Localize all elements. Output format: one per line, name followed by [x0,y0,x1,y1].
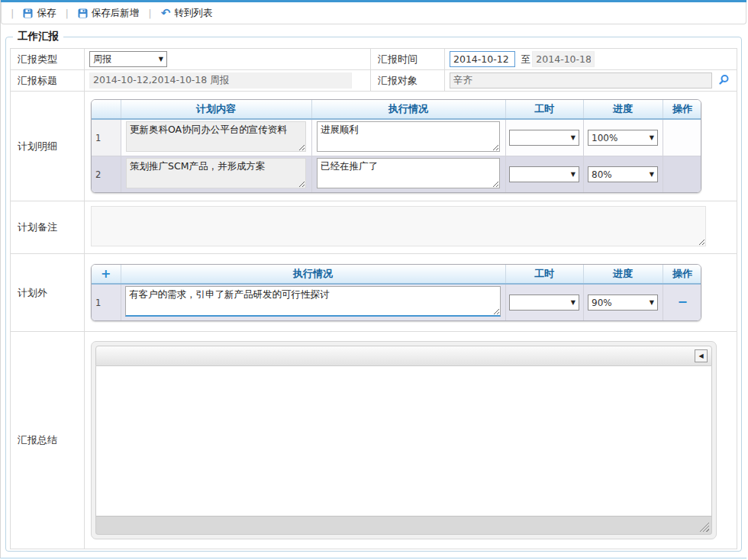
chevron-down-icon: ▼ [571,171,576,178]
floppy-icon [23,8,33,18]
extra-plan-header-execution: 执行情况 [121,265,505,284]
back-arrow-icon: ↶ [161,8,171,18]
plan-content-textarea[interactable]: 更新奥科OA协同办公平台的宣传资料 [126,121,306,152]
action-cell [663,119,701,156]
plan-detail-header-progress: 进度 [583,100,663,119]
toolbar-separator: | [148,8,151,19]
floppy-icon [78,8,88,18]
execution-textarea[interactable]: 进展顺利 [317,121,500,152]
row-index: 1 [92,284,121,320]
progress-selected-value: 100% [592,133,617,143]
row-index: 2 [92,156,121,193]
save-button[interactable]: 保存 [23,7,56,20]
extra-plan-label: 计划外 [11,254,85,332]
remove-row-button[interactable]: − [678,297,688,307]
chevron-down-icon: ▼ [650,134,654,141]
execution-textarea[interactable]: 有客户的需求，引申了新产品研发的可行性探讨 [125,286,501,317]
page: | 保存 | 保存后新增 | ↶ 转到列表 工作汇报 汇报类型 周报 ▼ [0,0,746,558]
hours-select[interactable]: ▼ [509,166,579,182]
save-and-new-button-label: 保存后新增 [92,7,140,20]
progress-selected-value: 80% [592,169,612,180]
hours-select[interactable]: ▼ [509,294,579,311]
progress-select[interactable]: 100% ▼ [588,130,658,146]
report-type-select[interactable]: 周报 ▼ [89,51,167,67]
plan-note-label: 计划备注 [11,201,85,254]
chevron-down-icon: ▼ [159,56,163,63]
report-target-input[interactable] [450,72,712,89]
execution-textarea[interactable]: 已经在推广了 [317,158,500,188]
editor-status-bar [95,516,712,535]
chevron-down-icon: ▼ [650,299,654,306]
search-icon[interactable] [718,77,730,88]
plan-detail-row: 1 更新奥科OA协同办公平台的宣传资料 进展顺利 ▼ [92,119,701,156]
progress-selected-value: 90% [592,298,612,308]
plan-detail-row: 2 策划推广SCM产品，并形成方案 已经在推广了 ▼ [92,156,701,193]
save-and-new-button[interactable]: 保存后新增 [78,7,140,20]
collapse-left-icon: ◀ [698,352,703,359]
plan-detail-header-execution: 执行情况 [311,100,505,119]
report-form-table: 汇报类型 周报 ▼ 汇报时间 至 汇报标题 汇报对象 [10,48,737,549]
extra-plan-header-hours: 工时 [505,265,583,284]
toolbar-separator: | [11,8,14,19]
toolbar-separator: | [65,8,68,19]
plan-detail-header-action: 操作 [663,100,701,119]
editor-toolbar: ◀ [95,346,712,366]
report-time-label: 汇报时间 [371,49,445,70]
row-index: 1 [92,119,121,156]
chevron-down-icon: ▼ [571,134,576,141]
editor-toolbar-toggle-button[interactable]: ◀ [695,349,708,362]
report-type-label: 汇报类型 [11,49,85,70]
plan-detail-grid: 计划内容 执行情况 工时 进度 操作 1 更新奥科OA协同办公平台的宣传资料 进… [91,99,701,193]
progress-select[interactable]: 90% ▼ [588,294,658,311]
extra-plan-header-progress: 进度 [583,265,663,284]
hours-select[interactable]: ▼ [509,130,579,146]
plan-content-textarea[interactable]: 策划推广SCM产品，并形成方案 [126,158,306,188]
plan-detail-label: 计划明细 [11,92,85,201]
add-row-button[interactable]: + [101,269,111,279]
chevron-down-icon: ▼ [650,171,654,178]
plan-detail-header-index [92,100,121,119]
report-target-label: 汇报对象 [371,70,445,92]
go-to-list-button-label: 转到列表 [174,7,212,20]
save-button-label: 保存 [37,7,56,20]
report-type-selected-value: 周报 [93,53,111,66]
plan-note-textarea[interactable] [91,206,706,246]
plan-detail-header-content: 计划内容 [121,100,311,119]
report-time-start-input[interactable] [450,51,515,67]
summary-rich-editor: ◀ [91,341,717,539]
report-title-label: 汇报标题 [11,70,85,92]
report-title-input[interactable] [89,72,352,89]
toolbar: | 保存 | 保存后新增 | ↶ 转到列表 [1,2,746,24]
action-cell [663,156,701,193]
extra-plan-header-action: 操作 [663,265,701,284]
work-report-fieldset: 工作汇报 汇报类型 周报 ▼ 汇报时间 至 汇报标题 [5,30,742,552]
summary-editor-content[interactable] [95,366,712,516]
report-time-separator: 至 [521,53,531,65]
report-time-end-input[interactable] [532,51,595,67]
extra-plan-row: 1 有客户的需求，引申了新产品研发的可行性探讨 ▼ [92,284,701,320]
go-to-list-button[interactable]: ↶ 转到列表 [161,7,213,20]
fieldset-title: 工作汇报 [13,30,63,43]
extra-plan-grid: + 执行情况 工时 进度 操作 1 有客户的需求，引申了新产品研发的可行性探讨 [91,264,701,321]
summary-label: 汇报总结 [11,332,85,549]
plan-detail-header-hours: 工时 [505,100,583,119]
progress-select[interactable]: 80% ▼ [588,166,658,182]
resize-handle[interactable] [699,522,709,532]
chevron-down-icon: ▼ [571,299,576,306]
